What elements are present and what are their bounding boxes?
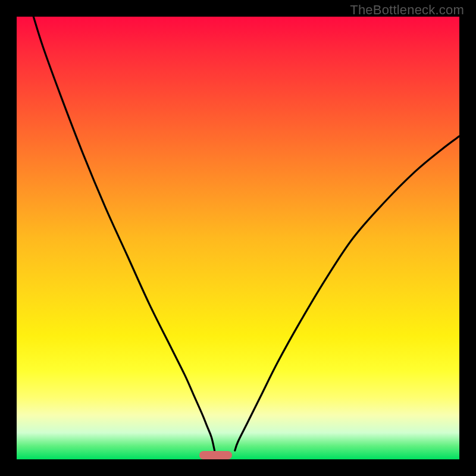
watermark-text: TheBottleneck.com — [350, 2, 464, 18]
optimal-marker — [199, 451, 232, 459]
outer-frame: TheBottleneck.com — [0, 0, 476, 476]
bottleneck-curve — [17, 17, 459, 459]
curve-path — [33, 17, 459, 450]
